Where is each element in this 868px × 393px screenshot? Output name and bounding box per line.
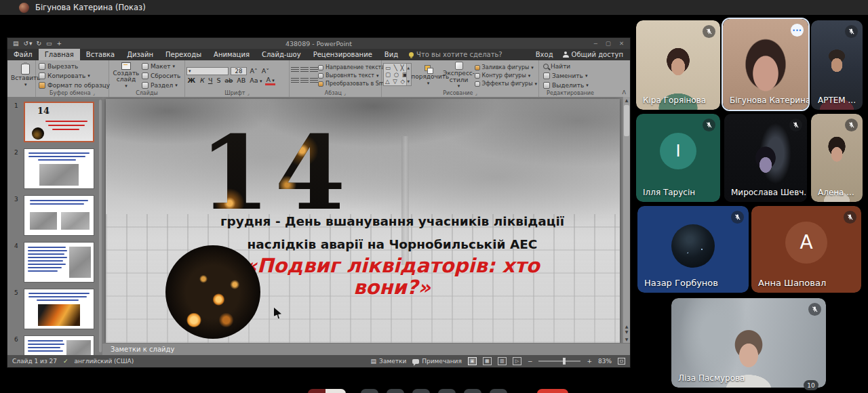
arrange-button[interactable]: Упорядочить <box>414 62 443 89</box>
align-left-icon[interactable] <box>291 78 299 84</box>
zoom-level[interactable]: 83% <box>598 358 612 365</box>
collapse-ribbon-icon[interactable]: ᐱ <box>623 89 626 96</box>
new-slide-button[interactable]: Создать слайд <box>111 62 142 89</box>
thumbnail-image[interactable] <box>24 195 94 236</box>
select-button[interactable]: Выделить <box>543 81 589 89</box>
participant-tile-nazar[interactable]: Назар Горбунов <box>637 206 749 293</box>
participant-tile-myroslava[interactable]: Мирослава Шевч... <box>724 114 807 202</box>
tab-review[interactable]: Рецензирование <box>307 49 378 60</box>
indent-icon[interactable] <box>310 67 318 73</box>
participant-tile-illia[interactable]: I Ілля Тарусін <box>636 114 720 202</box>
spellcheck-icon[interactable] <box>63 358 68 365</box>
participant-tile-bihunova[interactable]: Бігунова Катерина <box>723 19 808 110</box>
italic-button[interactable]: К <box>199 77 205 84</box>
cut-button[interactable]: Вырезать <box>39 62 110 70</box>
replace-button[interactable]: Заменить <box>543 71 589 80</box>
comments-toggle[interactable]: Примечания <box>412 358 462 365</box>
thumbnail-scrollbar[interactable] <box>99 100 102 352</box>
leave-call-button[interactable] <box>537 389 568 393</box>
shrink-font-icon[interactable]: А˅ <box>260 67 270 75</box>
thumbnail-slide-6[interactable]: 6 <box>14 335 98 355</box>
find-button[interactable]: Найти <box>543 62 589 70</box>
save-icon[interactable] <box>13 38 19 49</box>
slide-canvas[interactable]: 14 грудня - День вшанування учасників лі… <box>106 99 620 343</box>
thumbnail-slide-3[interactable]: 3 <box>14 195 98 236</box>
align-center-icon[interactable] <box>300 78 309 84</box>
format-painter-button[interactable]: Формат по образцу <box>39 81 110 89</box>
share-button[interactable]: Общий доступ <box>563 51 623 58</box>
fit-to-window-icon[interactable] <box>618 358 625 365</box>
start-presentation-icon[interactable] <box>46 38 52 49</box>
captions-button[interactable] <box>387 389 404 393</box>
tab-transitions[interactable]: Переходы <box>159 49 208 60</box>
thumbnail-image[interactable] <box>24 242 94 283</box>
maximize-icon[interactable] <box>606 40 611 47</box>
raise-hand-button[interactable] <box>464 389 481 393</box>
tab-insert[interactable]: Вставка <box>80 49 121 60</box>
undo-icon[interactable] <box>24 38 32 49</box>
thumbnail-slide-2[interactable]: 2 <box>14 148 98 189</box>
prev-next-slide-buttons[interactable]: ▲▼ <box>623 324 630 335</box>
shadow-button[interactable]: S <box>216 77 222 84</box>
change-case-button[interactable]: Аа <box>249 77 263 84</box>
close-icon[interactable] <box>619 40 624 47</box>
section-button[interactable]: Раздел <box>142 81 180 89</box>
reset-button[interactable]: Сбросить <box>142 71 180 80</box>
mic-control-button[interactable] <box>308 389 346 393</box>
tab-file[interactable]: Файл <box>7 49 39 60</box>
participant-tile-liza[interactable]: Ліза Пасмурова <box>671 298 826 388</box>
slide-sorter-view-icon[interactable]: ▦ <box>483 357 492 365</box>
customize-toolbar-icon[interactable] <box>57 38 62 49</box>
participant-tile-artem[interactable]: АРТЕМ ... <box>811 20 863 110</box>
notes-toggle[interactable]: Заметки <box>371 358 407 365</box>
font-size-box[interactable]: 28 <box>231 67 247 75</box>
redo-icon[interactable] <box>36 38 41 49</box>
copy-button[interactable]: Копировать <box>39 71 110 80</box>
present-button[interactable] <box>438 389 456 393</box>
shape-effects-button[interactable]: Эффекты фигуры <box>475 80 537 87</box>
strikethrough-button[interactable]: ab <box>224 77 234 84</box>
editor-vertical-scrollbar[interactable]: ▲ ▲▼ ▼ <box>623 97 630 343</box>
numbering-icon[interactable] <box>300 67 309 73</box>
tab-view[interactable]: Вид <box>378 49 404 60</box>
tab-home[interactable]: Главная <box>39 49 80 60</box>
thumbnail-image[interactable] <box>24 289 94 329</box>
tab-slideshow[interactable]: Слайд-шоу <box>256 49 307 60</box>
zoom-slider[interactable] <box>538 360 580 362</box>
reactions-button[interactable] <box>412 389 430 393</box>
grow-font-icon[interactable]: А˄ <box>249 67 258 75</box>
bold-button[interactable]: Ж <box>186 77 197 84</box>
participant-tile-anna[interactable]: А Анна Шаповал <box>751 206 861 293</box>
more-options-button[interactable] <box>490 389 507 393</box>
thumbnail-slide-4[interactable]: 4 <box>14 242 98 283</box>
layout-button[interactable]: Макет <box>142 62 180 70</box>
shapes-gallery[interactable]: ▭ ╲ ╳ ▢ ○ ▣ △ ▽ ◇ ▱ ⌂ ▤ ≈ ~ { } ☆ ▲▼ <box>383 63 412 86</box>
thumbnail-image[interactable] <box>24 148 94 189</box>
thumbnail-image[interactable]: 14 <box>24 102 94 142</box>
font-name-box[interactable] <box>186 67 229 75</box>
sign-in-link[interactable]: Вход <box>536 51 553 58</box>
notes-pane[interactable]: Заметки к слайду <box>102 343 630 355</box>
tell-me-box[interactable]: Что вы хотите сделать? <box>409 49 502 60</box>
participant-tile-kira[interactable]: Кіра Горяінова <box>636 20 720 110</box>
bullets-icon[interactable] <box>291 67 299 73</box>
zoom-slider-thumb[interactable] <box>563 358 566 365</box>
more-options-icon[interactable] <box>791 24 804 37</box>
underline-button[interactable]: Ч <box>207 77 214 84</box>
reading-view-icon[interactable]: ▥ <box>498 357 507 365</box>
char-spacing-button[interactable]: АВ <box>236 77 247 84</box>
normal-view-icon[interactable]: ▣ <box>468 357 477 365</box>
zoom-out-icon[interactable]: − <box>528 358 533 365</box>
participant-tile-alena[interactable]: Алена ... <box>811 114 863 202</box>
camera-control-button[interactable] <box>361 389 378 393</box>
quick-styles-button[interactable]: Экспресс-стили <box>446 62 473 89</box>
thumbnail-slide-1[interactable]: 1 14 <box>14 102 98 142</box>
language-indicator[interactable]: английский (США) <box>75 358 134 365</box>
tab-animations[interactable]: Анимация <box>208 49 256 60</box>
thumbnail-slide-5[interactable]: 5 <box>14 289 98 329</box>
shape-fill-button[interactable]: Заливка фигуры <box>475 64 537 71</box>
slideshow-view-icon[interactable]: ▷ <box>513 357 521 365</box>
zoom-in-icon[interactable]: + <box>587 358 592 365</box>
font-color-button[interactable]: А <box>265 76 275 85</box>
scrollbar-thumb[interactable] <box>624 105 629 136</box>
